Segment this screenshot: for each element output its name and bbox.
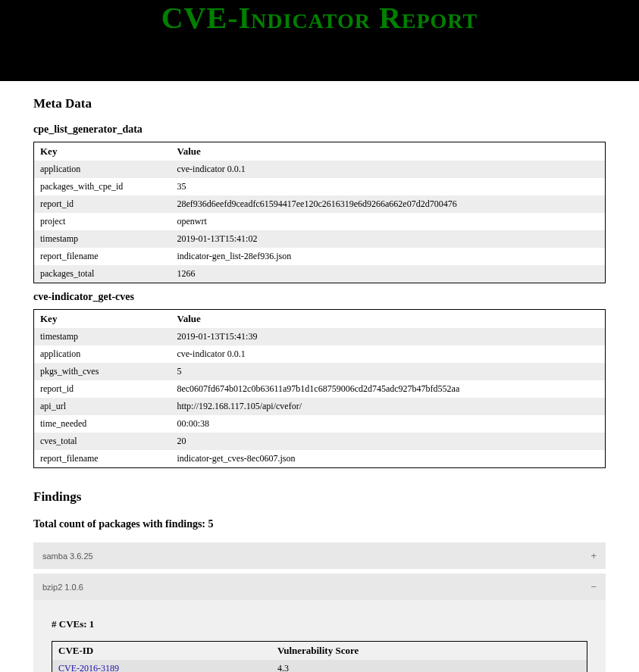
table-row: timestamp2019-01-13T15:41:39 [34, 328, 606, 345]
table-row: applicationcve-indicator 0.0.1 [34, 345, 606, 363]
cell-value: http://192.168.117.105/api/cvefor/ [171, 398, 605, 415]
cell-key: packages_total [34, 265, 171, 283]
cve-score-cell: 4.3 [271, 660, 587, 672]
cve-link[interactable]: CVE-2016-3189 [58, 663, 119, 672]
table-row: report_filenameindicator-gen_list-28ef93… [34, 248, 606, 265]
cell-key: project [34, 213, 171, 230]
table-row: cves_total20 [34, 433, 606, 450]
minus-icon: − [590, 581, 597, 592]
cell-key: cves_total [34, 433, 171, 450]
cve-table: CVE-ID Vulnerability Score CVE-2016-3189… [52, 641, 587, 672]
finding-item-bzip2: bzip2 1.0.6 − # CVEs: 1 CVE-ID Vulnerabi… [33, 574, 606, 672]
cell-value: 2019-01-13T15:41:39 [171, 328, 605, 345]
cell-value: 20 [171, 433, 605, 450]
table-row: CVE-2016-3189 4.3 [52, 660, 587, 672]
cell-key: time_needed [34, 415, 171, 433]
cell-value: 2019-01-13T15:41:02 [171, 230, 605, 248]
cell-value: indicator-get_cves-8ec0607.json [171, 450, 605, 468]
meta-table-0-col-value: Value [171, 142, 605, 161]
findings-heading: Findings [33, 489, 606, 505]
cve-col-score: Vulnerability Score [271, 642, 587, 661]
plus-icon: + [590, 550, 597, 561]
table-row: packages_total1266 [34, 265, 606, 283]
finding-title: bzip2 1.0.6 [42, 583, 83, 592]
content: Meta Data cpe_list_generator_data Key Va… [0, 81, 639, 672]
cell-value: cve-indicator 0.0.1 [171, 345, 605, 363]
findings-total: Total count of packages with findings: 5 [33, 518, 606, 530]
cell-key: api_url [34, 398, 171, 415]
table-row: time_needed00:00:38 [34, 415, 606, 433]
cell-key: report_filename [34, 248, 171, 265]
cve-id-cell: CVE-2016-3189 [52, 660, 271, 672]
banner: CVE-Indicator Report [0, 0, 639, 81]
cell-key: timestamp [34, 230, 171, 248]
cell-value: 5 [171, 363, 605, 380]
meta-table-1-heading: cve-indicator_get-cves [33, 291, 606, 303]
table-row: packages_with_cpe_id35 [34, 178, 606, 195]
cell-value: 00:00:38 [171, 415, 605, 433]
meta-table-1-col-value: Value [171, 310, 605, 329]
table-row: report_id28ef936d6eefd9ceadfc61594417ee1… [34, 195, 606, 213]
cell-value: cve-indicator 0.0.1 [171, 161, 605, 178]
finding-header-samba[interactable]: samba 3.6.25 + [33, 542, 606, 569]
finding-body-bzip2: # CVEs: 1 CVE-ID Vulnerability Score CVE… [33, 600, 606, 672]
page-title: CVE-Indicator Report [0, 0, 639, 36]
cell-value: 35 [171, 178, 605, 195]
cell-key: report_filename [34, 450, 171, 468]
cell-key: timestamp [34, 328, 171, 345]
finding-title: samba 3.6.25 [42, 552, 93, 561]
cve-count-label: # CVEs: 1 [52, 618, 587, 630]
cell-key: report_id [34, 195, 171, 213]
findings-section: Findings Total count of packages with fi… [33, 489, 606, 672]
cell-value: openwrt [171, 213, 605, 230]
cell-value: 28ef936d6eefd9ceadfc61594417ee120c261631… [171, 195, 605, 213]
table-row: applicationcve-indicator 0.0.1 [34, 161, 606, 178]
finding-header-bzip2[interactable]: bzip2 1.0.6 − [33, 574, 606, 600]
meta-table-0-heading: cpe_list_generator_data [33, 123, 606, 136]
finding-item-samba: samba 3.6.25 + [33, 542, 606, 569]
table-row: pkgs_with_cves5 [34, 363, 606, 380]
cell-key: pkgs_with_cves [34, 363, 171, 380]
meta-table-0-col-key: Key [34, 142, 171, 161]
meta-table-1: Key Value timestamp2019-01-13T15:41:39 a… [33, 309, 606, 468]
cve-col-id: CVE-ID [52, 642, 271, 661]
cell-key: report_id [34, 380, 171, 398]
meta-heading: Meta Data [33, 96, 606, 111]
cell-value: 1266 [171, 265, 605, 283]
table-row: timestamp2019-01-13T15:41:02 [34, 230, 606, 248]
cell-key: application [34, 345, 171, 363]
meta-table-0: Key Value applicationcve-indicator 0.0.1… [33, 142, 606, 283]
table-row: projectopenwrt [34, 213, 606, 230]
table-row: api_urlhttp://192.168.117.105/api/cvefor… [34, 398, 606, 415]
cell-value: indicator-gen_list-28ef936.json [171, 248, 605, 265]
table-row: report_id8ec0607fd674b012c0b63611a97b1d1… [34, 380, 606, 398]
cell-key: packages_with_cpe_id [34, 178, 171, 195]
cell-value: 8ec0607fd674b012c0b63611a97b1d1c68759006… [171, 380, 605, 398]
cell-key: application [34, 161, 171, 178]
table-row: report_filenameindicator-get_cves-8ec060… [34, 450, 606, 468]
meta-table-1-col-key: Key [34, 310, 171, 329]
